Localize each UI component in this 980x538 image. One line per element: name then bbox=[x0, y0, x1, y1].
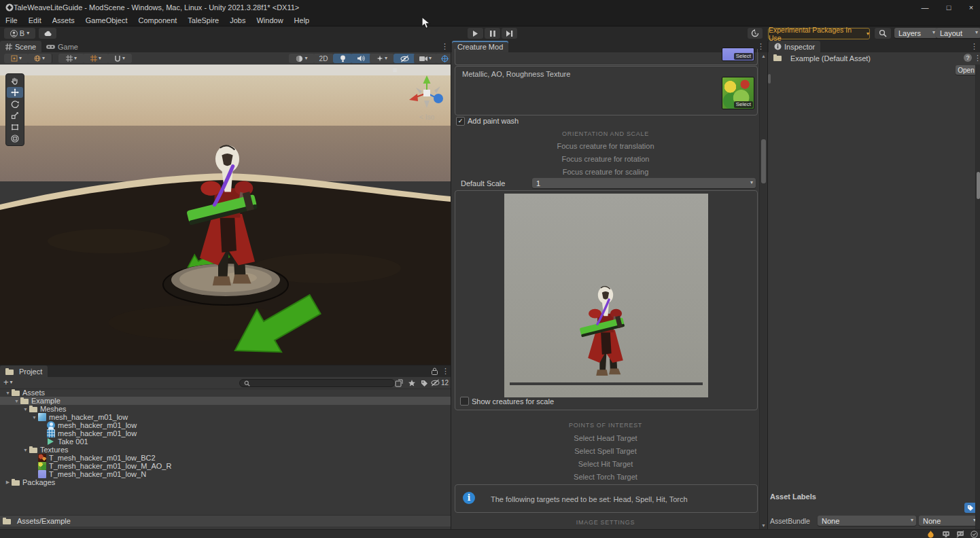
overlay-menu-icon[interactable]: ≡ bbox=[393, 66, 397, 74]
menu-item[interactable]: Edit bbox=[23, 15, 47, 26]
scale-tool-button[interactable] bbox=[7, 110, 23, 121]
help-icon[interactable]: ? bbox=[964, 54, 972, 62]
tree-row[interactable]: T_mesh_hacker_m01_low_M_AO_R bbox=[0, 462, 451, 470]
select-metallic-texture-button[interactable]: Select bbox=[734, 101, 753, 108]
focus-button[interactable]: Focus creature for rotation bbox=[455, 153, 756, 166]
axis-gizmo[interactable]: < Iso bbox=[405, 73, 449, 121]
panel-divider[interactable] bbox=[451, 41, 451, 529]
tree-row[interactable]: ▼ Meshes bbox=[0, 405, 451, 413]
pause-button[interactable] bbox=[485, 28, 500, 39]
bake-warning-icon[interactable] bbox=[927, 531, 934, 538]
creature-mod-scrollbar[interactable]: ▲ ▼ bbox=[759, 52, 767, 529]
tree-row[interactable]: mesh_hacker_m01_low bbox=[0, 421, 451, 429]
effects-dropdown[interactable]: ▾ bbox=[370, 54, 394, 63]
project-panel-menu-icon[interactable]: ⋮ bbox=[442, 367, 449, 376]
tab-project[interactable]: Project bbox=[0, 365, 48, 377]
transform-tool-button[interactable] bbox=[7, 133, 23, 144]
project-lock-icon[interactable] bbox=[432, 367, 438, 375]
play-button[interactable] bbox=[468, 28, 483, 39]
metallic-texture-thumbnail[interactable]: Select bbox=[722, 77, 754, 109]
shading-mode-dropdown[interactable]: ▾ bbox=[289, 54, 315, 63]
foldout-arrow-icon[interactable]: ▼ bbox=[31, 415, 38, 420]
step-button[interactable] bbox=[502, 28, 517, 39]
select-target-button[interactable]: Select Spell Target bbox=[455, 445, 756, 458]
scroll-up-icon[interactable]: ▲ bbox=[761, 54, 766, 58]
foldout-arrow-icon[interactable]: ▼ bbox=[22, 448, 29, 452]
hand-tool-button[interactable] bbox=[7, 75, 23, 86]
cache-server-disabled-icon[interactable] bbox=[956, 531, 964, 538]
normal-texture-thumbnail[interactable]: Select bbox=[722, 48, 754, 61]
tree-row[interactable]: T_mesh_hacker_m01_low_N bbox=[0, 470, 451, 478]
window-scrollbar-thumb[interactable] bbox=[977, 172, 980, 199]
open-asset-icon[interactable] bbox=[395, 379, 403, 387]
layout-dropdown[interactable]: Layout ▾ bbox=[936, 28, 980, 38]
tree-row[interactable]: ▼ Assets bbox=[0, 389, 451, 397]
cloud-button[interactable] bbox=[39, 28, 56, 39]
inspector-menu-icon[interactable]: ⋮ bbox=[970, 42, 978, 51]
foldout-arrow-icon[interactable]: ▼ bbox=[22, 407, 29, 412]
menu-item[interactable]: File bbox=[0, 15, 23, 26]
handle-orientation-dropdown[interactable]: ▾ bbox=[27, 54, 52, 63]
focus-button[interactable]: Focus creature for scaling bbox=[455, 166, 756, 179]
menu-item[interactable]: Assets bbox=[47, 15, 80, 26]
project-search-field[interactable] bbox=[239, 379, 395, 387]
grid-visibility-dropdown[interactable]: ▾ bbox=[58, 54, 84, 63]
scroll-down-icon[interactable]: ▼ bbox=[761, 523, 766, 528]
tree-row[interactable]: ▼ Textures bbox=[0, 446, 451, 454]
menu-item[interactable]: TaleSpire bbox=[182, 15, 224, 26]
menu-item[interactable]: Component bbox=[133, 15, 182, 26]
show-creatures-checkbox[interactable] bbox=[460, 397, 469, 406]
assetbundle-dropdown[interactable]: None ▾ bbox=[818, 516, 916, 526]
account-button[interactable]: B ▾ bbox=[4, 28, 35, 39]
search-input[interactable] bbox=[253, 380, 390, 387]
menu-item[interactable]: GameObject bbox=[80, 15, 133, 26]
progress-check-icon[interactable] bbox=[970, 531, 978, 538]
maximize-button[interactable]: □ bbox=[939, 0, 959, 15]
undo-history-button[interactable] bbox=[748, 28, 763, 39]
panel-divider[interactable] bbox=[767, 41, 768, 529]
assetbundle-variant-dropdown[interactable]: None ▾ bbox=[919, 516, 979, 526]
focus-button[interactable]: Focus creature for translation bbox=[455, 140, 756, 153]
lighting-toggle-button[interactable] bbox=[333, 54, 352, 63]
projection-toggle[interactable]: < Iso bbox=[405, 113, 449, 121]
tree-row[interactable]: ▶ Packages bbox=[0, 478, 451, 486]
scrollbar-thumb[interactable] bbox=[761, 139, 766, 183]
scene-viewport[interactable]: ≡ < Iso bbox=[0, 65, 451, 365]
tree-row[interactable]: ▼ Example bbox=[0, 397, 451, 405]
menu-item[interactable]: Help bbox=[289, 15, 315, 26]
menu-item[interactable]: Jobs bbox=[224, 15, 251, 26]
tree-row[interactable]: Take 001 bbox=[0, 437, 451, 446]
close-button[interactable]: × bbox=[961, 0, 980, 15]
panel-divider[interactable] bbox=[0, 365, 451, 365]
scene-panel-menu-icon[interactable]: ⋮ bbox=[441, 42, 449, 51]
window-scrollbar[interactable] bbox=[975, 65, 980, 529]
tab-game[interactable]: Game bbox=[42, 41, 82, 52]
cache-server-icon[interactable] bbox=[942, 531, 950, 538]
layers-dropdown[interactable]: Layers ▾ bbox=[894, 28, 938, 38]
breadcrumb[interactable]: Assets/Example bbox=[17, 517, 71, 525]
scene-visibility-toggle[interactable] bbox=[393, 54, 415, 63]
rect-tool-button[interactable] bbox=[7, 122, 23, 132]
select-normal-texture-button[interactable]: Select bbox=[734, 53, 753, 60]
pivot-dropdown[interactable]: ▾ bbox=[4, 54, 29, 63]
rotate-tool-button[interactable] bbox=[7, 98, 23, 109]
audio-toggle-button[interactable] bbox=[351, 54, 371, 63]
foldout-arrow-icon[interactable]: ▼ bbox=[4, 391, 12, 395]
camera-settings-dropdown[interactable]: ▾ bbox=[414, 54, 437, 63]
grid-snap-dropdown[interactable]: ▾ bbox=[83, 54, 109, 63]
foldout-arrow-icon[interactable]: ▶ bbox=[4, 480, 12, 485]
foldout-arrow-icon[interactable]: ▼ bbox=[13, 399, 20, 404]
hidden-packages-toggle[interactable]: 12 bbox=[431, 379, 449, 387]
tree-row[interactable]: ▼ mesh_hacker_m01_low bbox=[0, 413, 451, 421]
create-asset-button[interactable]: + ▾ bbox=[3, 378, 13, 387]
tree-row[interactable]: T_mesh_hacker_m01_low_BC2 bbox=[0, 454, 451, 462]
label-tag-icon[interactable] bbox=[421, 380, 428, 387]
select-target-button[interactable]: Select Torch Target bbox=[455, 471, 756, 484]
experimental-packages-dropdown[interactable]: Experimental Packages In Use ▾ bbox=[768, 28, 870, 39]
select-target-button[interactable]: Select Head Target bbox=[455, 432, 756, 445]
creature-mod-menu-icon[interactable]: ⋮ bbox=[757, 42, 765, 51]
minimize-button[interactable]: — bbox=[915, 0, 935, 15]
move-tool-button[interactable] bbox=[7, 87, 23, 98]
favorite-icon[interactable] bbox=[408, 379, 416, 387]
select-target-button[interactable]: Select Hit Target bbox=[455, 458, 756, 471]
